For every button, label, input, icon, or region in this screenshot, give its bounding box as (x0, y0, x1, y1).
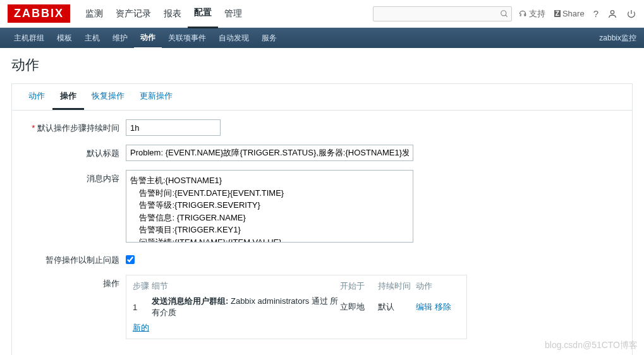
subnav-templates[interactable]: 模板 (51, 28, 78, 48)
topnav-config[interactable]: 配置 (188, 0, 218, 28)
search-input[interactable] (373, 6, 512, 21)
subject-label: 默认标题 (25, 145, 126, 159)
ops-actions: 编辑 移除 (416, 301, 460, 313)
message-textarea[interactable]: 告警主机:{HOSTNAME1} 告警时间:{EVENT.DATE}{EVENT… (126, 170, 413, 243)
topnav-reports[interactable]: 报表 (157, 0, 188, 28)
ops-detail: 发送消息给用户群组: Zabbix administrators 通过 所有介质 (152, 296, 340, 318)
subnav-discovery[interactable]: 自动发现 (212, 28, 255, 48)
svg-point-2 (611, 10, 614, 13)
share-label: Share (562, 9, 585, 18)
share-link[interactable]: ZShare (554, 9, 585, 18)
form: 默认操作步骤持续时间 默认标题 消息内容 告警主机:{HOSTNAME1} 告警… (12, 111, 632, 355)
form-tabs: 动作 操作 恢复操作 更新操作 (12, 84, 632, 111)
topnav-admin[interactable]: 管理 (218, 0, 248, 28)
panel: 动作 操作 恢复操作 更新操作 默认操作步骤持续时间 默认标题 消息内容 告警主… (11, 83, 633, 355)
tab-action[interactable]: 动作 (21, 84, 52, 110)
duration-label: 默认操作步骤持续时间 (25, 119, 126, 134)
message-label: 消息内容 (25, 170, 126, 184)
subject-input[interactable] (126, 145, 413, 161)
power-icon[interactable] (626, 9, 636, 19)
tab-recovery[interactable]: 恢复操作 (84, 84, 132, 110)
top-nav: 监测 资产记录 报表 配置 管理 (79, 0, 373, 28)
duration-input[interactable] (126, 119, 221, 136)
new-op-link[interactable]: 新的 (133, 323, 149, 332)
pause-checkbox[interactable] (126, 255, 135, 264)
page-title: 动作 (11, 56, 633, 75)
subnav-hosts[interactable]: 主机 (78, 28, 106, 48)
ops-header: 步骤 细节 开始于 持续时间 动作 (133, 280, 460, 292)
operations-box: 步骤 细节 开始于 持续时间 动作 1 发送消息给用户群组: Zabbix ad… (126, 275, 467, 339)
search-icon (500, 9, 509, 18)
ops-h-step: 步骤 (133, 280, 152, 292)
edit-link[interactable]: 编辑 (416, 302, 432, 311)
subnav-correlation[interactable]: 关联项事件 (162, 28, 212, 48)
ops-dur: 默认 (378, 301, 416, 313)
ops-h-act: 动作 (416, 280, 460, 292)
svg-point-0 (501, 10, 506, 15)
ops-row: 1 发送消息给用户群组: Zabbix administrators 通过 所有… (133, 296, 460, 318)
headset-icon (518, 9, 527, 18)
logo: ZABBIX (8, 4, 70, 23)
support-link[interactable]: 支持 (518, 8, 545, 20)
ops-label: 操作 (25, 275, 126, 289)
subnav-maintenance[interactable]: 维护 (106, 28, 134, 48)
sub-nav: 主机群组 模板 主机 维护 动作 关联项事件 自动发现 服务 zabbix监控 (0, 28, 644, 48)
subnav-services[interactable]: 服务 (255, 28, 283, 48)
subnav-actions[interactable]: 动作 (134, 27, 162, 49)
tab-update[interactable]: 更新操作 (132, 84, 180, 110)
remove-link[interactable]: 移除 (435, 302, 451, 311)
ops-step: 1 (133, 303, 152, 312)
topnav-monitor[interactable]: 监测 (79, 0, 109, 28)
ops-start: 立即地 (340, 301, 378, 313)
support-label: 支持 (529, 8, 545, 20)
pause-label: 暂停操作以制止问题 (25, 251, 126, 266)
topbar: ZABBIX 监测 资产记录 报表 配置 管理 支持 ZShare ? (0, 0, 644, 28)
top-links: 支持 ZShare ? (518, 8, 636, 20)
subnav-hostgroups[interactable]: 主机群组 (8, 28, 51, 48)
tab-operations[interactable]: 操作 (52, 84, 84, 110)
user-icon[interactable] (607, 9, 617, 19)
help-icon[interactable]: ? (593, 8, 598, 19)
ops-h-start: 开始于 (340, 280, 378, 292)
ops-h-detail: 细节 (152, 280, 340, 292)
svg-line-1 (506, 15, 507, 16)
subnav-right: zabbix监控 (599, 33, 636, 44)
ops-detail-bold: 发送消息给用户群组: (152, 296, 228, 306)
page: 动作 动作 操作 恢复操作 更新操作 默认操作步骤持续时间 默认标题 消息内容 … (0, 48, 644, 355)
ops-h-dur: 持续时间 (378, 280, 416, 292)
topnav-inventory[interactable]: 资产记录 (109, 0, 157, 28)
